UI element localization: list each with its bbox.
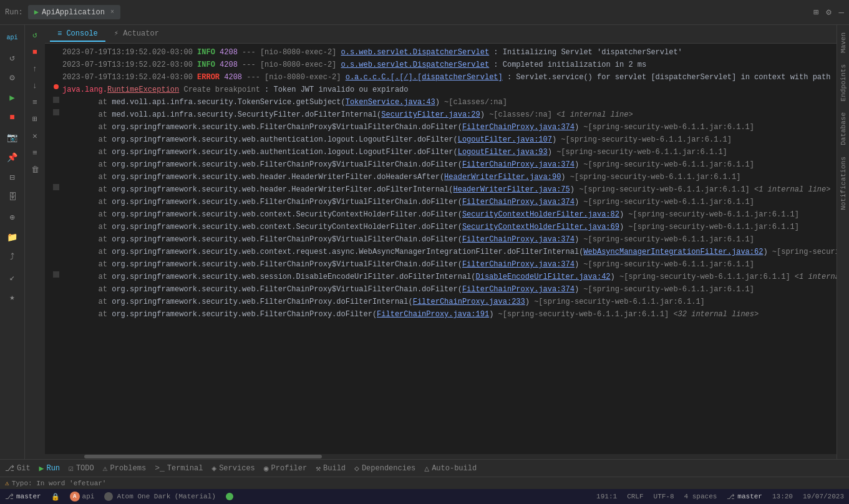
camera-run-icon[interactable]: ⊞ xyxy=(27,112,42,127)
maven-label[interactable]: Maven xyxy=(838,27,848,58)
todo-toolbar-icon: ☑ xyxy=(69,463,74,473)
stack-line-12: at org.springframework.security.web.Filt… xyxy=(45,233,837,246)
avatar-status: A api xyxy=(70,492,95,502)
exception-gutter xyxy=(50,84,62,89)
stack-link-17[interactable]: FilterChainProxy.java:233 xyxy=(413,298,525,306)
stack-link-15[interactable]: DisableEncodeUrlFilter.java:42 xyxy=(476,273,611,281)
stack-line-6: at org.springframework.security.web.Filt… xyxy=(45,158,837,171)
log-line-1: 2023-07-19T13:19:52.020-03:00 INFO 4208 … xyxy=(45,46,837,59)
toolbar-dependencies[interactable]: ◇ Dependencies xyxy=(354,463,415,473)
stack-link-6[interactable]: FilterChainProxy.java:374 xyxy=(462,160,575,169)
stack-link-13[interactable]: WebAsyncManagerIntegrationFilter.java:62 xyxy=(583,248,763,256)
settings-icon[interactable]: ⚙ xyxy=(826,7,831,17)
sidebar-icon-pin2[interactable]: 📌 xyxy=(4,148,21,166)
sidebar-icon-camera2[interactable]: 📷 xyxy=(4,128,21,146)
sidebar-icon-refresh2[interactable]: ⊕ xyxy=(4,208,21,226)
runtime-exception-link[interactable]: RuntimeException xyxy=(107,85,179,94)
settings-run-icon[interactable]: ≡ xyxy=(27,95,42,110)
stop-button[interactable]: ■ xyxy=(27,44,42,59)
console-output[interactable]: 2023-07-19T13:19:52.020-03:00 INFO 4208 … xyxy=(45,44,837,454)
class-link-1[interactable]: o.s.web.servlet.DispatcherServlet xyxy=(341,48,490,57)
h-scrollbar-thumb xyxy=(84,455,322,458)
stack-link-11[interactable]: SecurityContextHolderFilter.java:69 xyxy=(462,223,619,231)
log-line-2: 2023-07-19T13:19:52.022-03:00 INFO 4208 … xyxy=(45,59,837,71)
profiler-toolbar-icon: ◉ xyxy=(264,463,269,473)
close-run-icon[interactable]: ✕ xyxy=(27,128,42,143)
stack-link-12[interactable]: FilterChainProxy.java:374 xyxy=(462,235,575,244)
stack-line-2: at med.voll.api.infra.security.SecurityF… xyxy=(45,109,837,121)
terminal-toolbar-icon: >_ xyxy=(155,463,165,473)
toolbar-profiler[interactable]: ◉ Profiler xyxy=(264,463,307,473)
toolbar-build[interactable]: ⚒ Build xyxy=(316,463,346,473)
stack-line-14: at org.springframework.security.web.Filt… xyxy=(45,258,837,271)
scroll-down-button[interactable]: ↓ xyxy=(27,78,42,93)
list-run-icon[interactable]: ≡ xyxy=(27,145,42,160)
stack-link-8[interactable]: HeaderWriterFilter.java:75 xyxy=(454,185,570,194)
tab-console[interactable]: ≡ Console xyxy=(50,27,105,42)
scroll-up-button[interactable]: ↑ xyxy=(27,61,42,76)
stack-link-2[interactable]: SecurityFilter.java:29 xyxy=(381,110,480,119)
project-name: api xyxy=(82,493,95,500)
build-toolbar-icon: ⚒ xyxy=(316,463,321,473)
time-display: 13:20 xyxy=(772,493,793,500)
services-toolbar-label: Services xyxy=(219,464,255,473)
typo-bar: ⚠ Typo: In word 'efetuar' xyxy=(0,477,849,489)
toolbar-todo[interactable]: ☑ TODO xyxy=(69,463,94,473)
restart-button[interactable]: ↺ xyxy=(27,27,42,42)
stack-link-1[interactable]: TokenService.java:43 xyxy=(346,98,435,107)
toolbar-services[interactable]: ◈ Services xyxy=(211,463,255,473)
git-branch-right[interactable]: ⎇ master xyxy=(727,493,762,501)
status-bar: ⎇ master 🔒 A api Atom One Dark (Material… xyxy=(0,489,849,504)
sidebar-icon-pull[interactable]: ↙ xyxy=(4,268,21,286)
tab-close-icon[interactable]: × xyxy=(110,9,114,16)
indent-indicator: 4 spaces xyxy=(684,493,717,500)
sidebar-icon-project[interactable]: 📁 xyxy=(4,228,21,246)
sidebar-icon-split[interactable]: ⊟ xyxy=(4,168,21,186)
sidebar-icon-refresh[interactable]: ↺ xyxy=(4,49,21,66)
stack-line-4: at org.springframework.security.web.auth… xyxy=(45,133,837,146)
minimize-icon[interactable]: — xyxy=(839,7,844,17)
stack-link-9[interactable]: FilterChainProxy.java:374 xyxy=(462,198,575,206)
toolbar-terminal[interactable]: >_ Terminal xyxy=(155,463,203,473)
stack-link-7[interactable]: HeaderWriterFilter.java:90 xyxy=(444,173,561,182)
git-toolbar-label: Git xyxy=(17,464,31,473)
database-label[interactable]: Database xyxy=(838,107,848,150)
profiler-toolbar-label: Profiler xyxy=(271,464,308,473)
datetime-status: 13:20 xyxy=(772,493,793,500)
sidebar-icon-stop2[interactable]: ■ xyxy=(4,109,21,126)
lock-status: 🔒 xyxy=(51,493,60,501)
tab-actuator[interactable]: ⚡ Actuator xyxy=(107,26,167,42)
stack-link-16[interactable]: FilterChainProxy.java:374 xyxy=(462,285,575,294)
sidebar-icon-api[interactable]: api xyxy=(4,29,21,46)
git-status[interactable]: ⎇ master xyxy=(5,492,41,502)
toolbar-run[interactable]: ▶ Run xyxy=(39,463,60,473)
stack-link-5[interactable]: LogoutFilter.java:93 xyxy=(458,148,548,157)
stack-link-3[interactable]: FilterChainProxy.java:374 xyxy=(462,123,575,132)
sidebar-icon-commit[interactable]: ⤴ xyxy=(4,248,21,266)
lock-icon: 🔒 xyxy=(51,493,60,501)
actuator-tab-icon: ⚡ xyxy=(114,29,119,38)
toolbar-autobuild[interactable]: △ Auto-build xyxy=(424,463,477,473)
run-tab[interactable]: ▶ ApiApplication × xyxy=(28,5,120,19)
build-toolbar-label: Build xyxy=(323,464,346,473)
problems-toolbar-label: Problems xyxy=(110,464,147,473)
stack-link-18[interactable]: FilterChainProxy.java:191 xyxy=(377,310,489,319)
git-toolbar-icon: ⎇ xyxy=(5,463,14,473)
trash-run-icon[interactable]: 🗑 xyxy=(27,162,42,177)
endpoints-label[interactable]: Endpoints xyxy=(838,59,848,106)
sidebar-icon-settings2[interactable]: ⚙ xyxy=(4,69,21,86)
class-link-2[interactable]: o.s.web.servlet.DispatcherServlet xyxy=(341,61,490,69)
console-tabs: ≡ Console ⚡ Actuator xyxy=(45,25,837,44)
toolbar-problems[interactable]: ⚠ Problems xyxy=(103,463,146,473)
toolbar-git[interactable]: ⎇ Git xyxy=(5,463,31,473)
class-link-3[interactable]: o.a.c.c.C.[.[/].[dispatcherServlet] xyxy=(346,73,503,82)
stack-link-10[interactable]: SecurityContextHolderFilter.java:82 xyxy=(462,210,619,219)
restore-icon[interactable]: ⊞ xyxy=(813,7,818,17)
stack-link-4[interactable]: LogoutFilter.java:107 xyxy=(458,135,552,144)
notifications-label[interactable]: Notifications xyxy=(838,152,848,215)
sidebar-icon-star[interactable]: ★ xyxy=(4,288,21,306)
sidebar-icon-db[interactable]: 🗄 xyxy=(4,188,21,206)
horizontal-scrollbar[interactable] xyxy=(45,454,837,459)
sidebar-icon-play[interactable]: ▶ xyxy=(4,89,21,106)
stack-link-14[interactable]: FilterChainProxy.java:374 xyxy=(462,260,575,269)
